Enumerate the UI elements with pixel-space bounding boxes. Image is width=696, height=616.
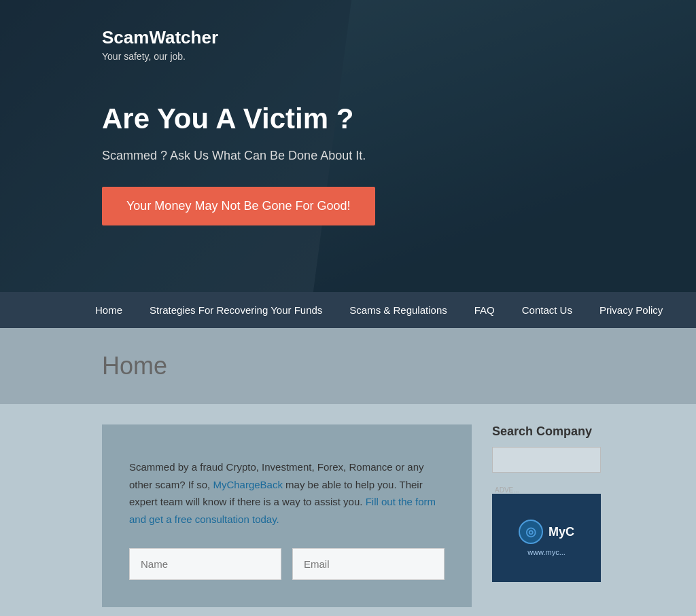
text-part2: may be able to help you.: [285, 479, 396, 490]
main-content: Scammed by a fraud Crypto, Investment, F…: [0, 404, 696, 616]
sidebar-search-title: Search Company: [492, 424, 601, 439]
hero-subtext: Scammed ? Ask Us What Can Be Done About …: [102, 149, 696, 163]
navbar-inner: Home Strategies For Recovering Your Fund…: [0, 292, 696, 328]
site-logo: ScamWatcher: [102, 27, 696, 48]
nav-item-privacy[interactable]: Privacy Policy: [586, 292, 676, 328]
hero-content: ScamWatcher Your safety, our job. Are Yo…: [0, 0, 696, 225]
sidebar: Search Company ADVE... ◎ MyC www.myc...: [492, 424, 601, 607]
hero-section: ScamWatcher Your safety, our job. Are Yo…: [0, 0, 696, 292]
content-card: Scammed by a fraud Crypto, Investment, F…: [102, 424, 472, 607]
navbar: Home Strategies For Recovering Your Fund…: [0, 292, 696, 328]
hero-headline: Are You A Victim ?: [102, 103, 696, 135]
nav-item-faq[interactable]: FAQ: [461, 292, 508, 328]
email-input[interactable]: [292, 548, 445, 580]
contact-form-row: [129, 548, 445, 580]
page-title: Home: [102, 352, 594, 380]
content-card-text: Scammed by a fraud Crypto, Investment, F…: [129, 458, 445, 528]
mychargeback-icon: ◎: [519, 520, 543, 544]
nav-item-contact[interactable]: Contact Us: [508, 292, 586, 328]
nav-item-strategies[interactable]: Strategies For Recovering Your Funds: [136, 292, 336, 328]
name-input[interactable]: [129, 548, 281, 580]
sidebar-ad-inner: ◎ MyC www.myc...: [492, 494, 601, 582]
sidebar-ad-url: www.myc...: [527, 548, 566, 556]
sidebar-search-box[interactable]: [492, 447, 601, 473]
nav-item-home[interactable]: Home: [82, 292, 136, 328]
hero-cta-button[interactable]: Your Money May Not Be Gone For Good!: [102, 187, 375, 225]
site-tagline: Your safety, our job.: [102, 51, 696, 62]
mychargeback-link1[interactable]: MyChargeBack: [213, 479, 283, 490]
nav-item-scams[interactable]: Scams & Regulations: [336, 292, 460, 328]
sidebar-ad-box[interactable]: ◎ MyC www.myc...: [492, 494, 601, 582]
sidebar-ad-text: MyC: [549, 525, 574, 539]
page-title-area: Home: [0, 328, 696, 404]
sidebar-ad-logo: ◎ MyC: [519, 520, 574, 544]
sidebar-ad-label: ADVE...: [492, 486, 601, 494]
